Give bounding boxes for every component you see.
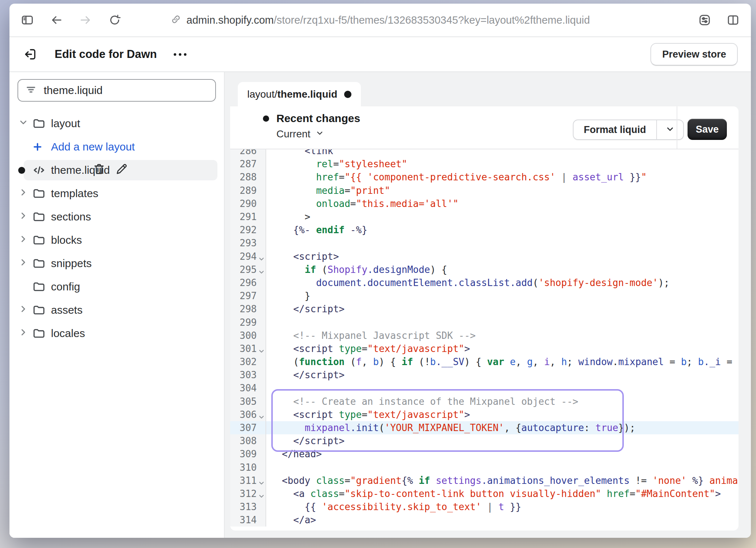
sidebar-item-config[interactable]: config [9,275,224,298]
line-number: 297 [230,289,266,302]
fold-toggle-icon[interactable] [258,480,265,487]
code-line-text: {%- endif -%} [266,223,739,236]
exit-editor-icon[interactable] [23,47,38,62]
tab-layout-theme-liquid[interactable]: layout/theme.liquid [238,82,361,106]
forward-arrow-icon[interactable] [79,13,92,27]
code-line-307[interactable]: 307 mixpanel.init('YOUR_MIXPANEL_TOKEN',… [230,421,739,434]
fold-toggle-icon[interactable] [258,493,265,500]
code-line-298[interactable]: 298 </script> [230,302,739,316]
code-line-306[interactable]: 306 <script type="text/javascript"> [230,408,739,421]
sidebar-item-blocks[interactable]: blocks [9,228,224,252]
chevron-right-icon[interactable] [18,304,28,317]
code-line-295[interactable]: 295 if (Shopify.designMode) { [230,263,739,276]
tab-filename: theme.liquid [277,89,338,100]
url-text: admin.shopify.com/store/rzq1xu-f5/themes… [186,14,590,26]
chevron-right-icon[interactable] [18,187,28,200]
code-line-text: <script type="text/javascript"> [266,342,739,355]
sidebar-item-theme-liquid[interactable]: theme.liquid [9,158,224,182]
fold-toggle-icon[interactable] [258,269,265,276]
code-line-308[interactable]: 308 </script> [230,434,739,447]
code-file-icon [32,163,51,177]
preview-store-button[interactable]: Preview store [650,43,738,66]
code-line-305[interactable]: 305 <!-- Create an instance of the Mixpa… [230,395,739,408]
code-line-text: > [266,210,739,223]
split-view-icon[interactable] [726,13,740,27]
line-number: 289 [230,184,266,197]
editor-header: Recent changes Current Format liquid [230,106,739,149]
code-line-297[interactable]: 297 } [230,289,739,302]
code-line-290[interactable]: 290 onload="this.media='all'" [230,197,739,210]
line-number: 314 [230,513,266,527]
fold-toggle-icon[interactable] [258,414,265,421]
code-line-312[interactable]: 312 <a class="skip-to-content-link butto… [230,487,739,500]
code-line-293[interactable]: 293 [230,236,739,250]
ellipsis-icon[interactable] [174,53,186,56]
unsaved-changes-dot [344,91,351,98]
code-line-text [266,461,739,474]
folder-label: blocks [51,234,82,246]
sidebar-item-templates[interactable]: templates [9,182,224,205]
code-line-300[interactable]: 300 <!-- Mixpanel Javascript SDK --> [230,329,739,342]
app-header: Edit code for Dawn Preview store [9,37,751,72]
code-line-text: document.documentElement.classList.add('… [266,276,739,289]
format-liquid-button[interactable]: Format liquid [574,120,656,139]
code-line-text: media="print" [266,184,739,197]
rename-file-icon[interactable] [115,163,128,178]
code-line-304[interactable]: 304 [230,381,739,395]
code-line-310[interactable]: 310 [230,461,739,474]
file-search-input[interactable] [44,84,208,97]
chevron-right-icon[interactable] [18,211,28,223]
code-line-288[interactable]: 288 href="{{ 'component-predictive-searc… [230,171,739,184]
code-line-299[interactable]: 299 [230,316,739,329]
code-line-313[interactable]: 313 {{ 'accessibility.skip_to_text' | t … [230,500,739,513]
code-line-301[interactable]: 301 <script type="text/javascript"> [230,342,739,355]
tab-bar: layout/theme.liquid [230,82,739,106]
code-line-294[interactable]: 294 <script> [230,250,739,263]
code-line-303[interactable]: 303 </script> [230,368,739,381]
add-new-layout-link[interactable]: Add a new layout [9,135,224,158]
link-icon [170,14,181,26]
back-arrow-icon[interactable] [50,13,63,27]
code-line-302[interactable]: 302 (function (f, b) { if (!b.__SV) { va… [230,355,739,368]
line-number: 312 [230,487,266,500]
code-line-314[interactable]: 314 </a> [230,513,739,527]
code-line-311[interactable]: 311<body class="gradient{% if settings.a… [230,474,739,487]
code-line-text: </script> [266,302,739,316]
sidebar-item-sections[interactable]: sections [9,205,224,228]
fold-toggle-icon[interactable] [258,348,265,355]
code-line-286[interactable]: 286 <link [230,149,739,157]
sidebar-item-snippets[interactable]: snippets [9,252,224,275]
version-selector[interactable]: Current [276,128,360,140]
sidebar-item-assets[interactable]: assets [9,298,224,322]
version-selector-label: Current [276,128,310,140]
format-liquid-menu-button[interactable] [656,120,683,139]
code-line-296[interactable]: 296 document.documentElement.classList.a… [230,276,739,289]
chevron-right-icon[interactable] [18,327,28,340]
sidebar-toggle-icon[interactable] [20,13,34,27]
chevron-right-icon[interactable] [18,234,28,247]
line-number: 303 [230,368,266,381]
file-search-box[interactable] [17,79,216,102]
save-button[interactable]: Save [688,119,727,140]
chevron-down-icon[interactable] [18,117,28,130]
code-line-291[interactable]: 291 > [230,210,739,223]
code-line-292[interactable]: 292 {%- endif -%} [230,223,739,236]
address-bar[interactable]: admin.shopify.com/store/rzq1xu-f5/themes… [170,14,590,26]
fold-toggle-icon[interactable] [258,255,265,263]
folder-icon [32,257,51,270]
chevron-right-icon[interactable] [18,257,28,270]
editor-pane: layout/theme.liquid Recent changes Curre… [225,72,751,538]
reload-icon[interactable] [108,13,122,27]
sidebar-item-locales[interactable]: locales [9,322,224,345]
code-editor[interactable]: 286 <link287 rel="stylesheet"288 href="{… [230,149,739,531]
desktop: { "browser": { "url": { "domain": "admin… [0,0,756,548]
code-line-289[interactable]: 289 media="print" [230,184,739,197]
delete-file-icon[interactable] [92,163,106,178]
code-line-text: } [266,289,739,302]
line-number: 298 [230,302,266,316]
sidebar-item-layout[interactable]: layout [9,112,224,135]
code-line-287[interactable]: 287 rel="stylesheet" [230,157,739,171]
page-settings-icon[interactable] [698,13,712,27]
chevron-down-icon [315,128,324,140]
code-line-309[interactable]: 309</head> [230,447,739,461]
